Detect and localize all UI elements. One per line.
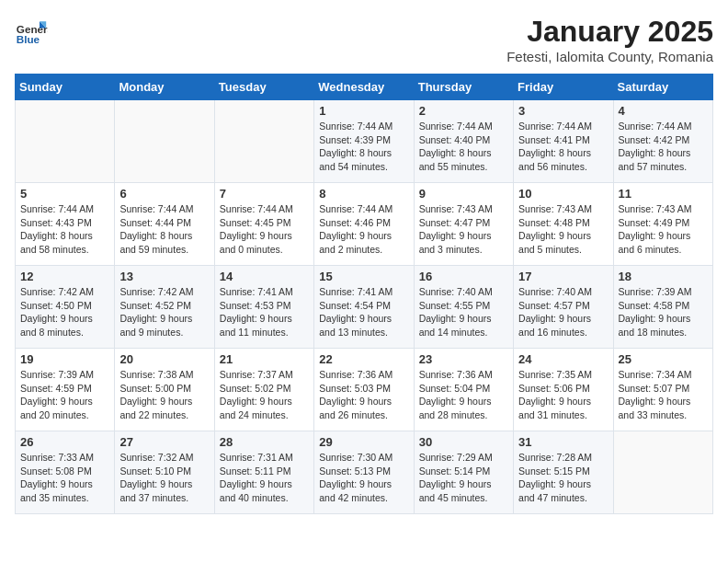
calendar-week-row: 1Sunrise: 7:44 AM Sunset: 4:39 PM Daylig… (16, 100, 713, 183)
calendar-cell (16, 100, 115, 183)
calendar-cell: 21Sunrise: 7:37 AM Sunset: 5:02 PM Dayli… (214, 349, 313, 431)
day-info: Sunrise: 7:44 AM Sunset: 4:43 PM Dayligh… (20, 202, 109, 257)
calendar-cell: 5Sunrise: 7:44 AM Sunset: 4:43 PM Daylig… (16, 183, 115, 266)
calendar-header: SundayMondayTuesdayWednesdayThursdayFrid… (16, 75, 713, 100)
day-number: 17 (518, 270, 608, 283)
calendar-cell: 14Sunrise: 7:41 AM Sunset: 4:53 PM Dayli… (214, 266, 313, 349)
calendar-cell: 31Sunrise: 7:28 AM Sunset: 5:15 PM Dayli… (514, 431, 613, 514)
calendar-cell: 18Sunrise: 7:39 AM Sunset: 4:58 PM Dayli… (613, 266, 712, 349)
calendar-cell: 9Sunrise: 7:43 AM Sunset: 4:47 PM Daylig… (414, 183, 513, 266)
day-number: 26 (20, 435, 109, 449)
day-number: 6 (119, 187, 209, 201)
day-info: Sunrise: 7:41 AM Sunset: 4:53 PM Dayligh… (220, 285, 309, 339)
day-info: Sunrise: 7:36 AM Sunset: 5:03 PM Dayligh… (319, 368, 408, 422)
weekday-header-tuesday: Tuesday (214, 75, 313, 100)
calendar-cell (613, 431, 712, 514)
calendar-cell: 23Sunrise: 7:36 AM Sunset: 5:04 PM Dayli… (414, 349, 513, 431)
day-info: Sunrise: 7:38 AM Sunset: 5:00 PM Dayligh… (119, 368, 209, 422)
calendar-cell: 6Sunrise: 7:44 AM Sunset: 4:44 PM Daylig… (115, 183, 214, 266)
day-number: 8 (319, 187, 408, 201)
day-number: 22 (319, 352, 408, 366)
svg-text:Blue: Blue (17, 33, 40, 45)
day-number: 9 (419, 187, 508, 201)
calendar-table: SundayMondayTuesdayWednesdayThursdayFrid… (15, 74, 713, 514)
day-info: Sunrise: 7:39 AM Sunset: 4:58 PM Dayligh… (619, 285, 708, 339)
logo: General Blue (15, 15, 48, 48)
day-info: Sunrise: 7:43 AM Sunset: 4:48 PM Dayligh… (518, 202, 608, 257)
day-number: 31 (518, 435, 608, 449)
day-number: 20 (119, 352, 209, 366)
day-number: 12 (20, 270, 109, 283)
calendar-cell: 26Sunrise: 7:33 AM Sunset: 5:08 PM Dayli… (16, 431, 115, 514)
calendar-cell: 7Sunrise: 7:44 AM Sunset: 4:45 PM Daylig… (214, 183, 313, 266)
calendar-cell: 8Sunrise: 7:44 AM Sunset: 4:46 PM Daylig… (314, 183, 414, 266)
day-info: Sunrise: 7:33 AM Sunset: 5:08 PM Dayligh… (20, 451, 109, 505)
day-info: Sunrise: 7:42 AM Sunset: 4:50 PM Dayligh… (20, 285, 109, 339)
day-number: 14 (220, 270, 309, 283)
day-number: 13 (119, 270, 209, 283)
day-number: 5 (20, 187, 109, 201)
day-number: 16 (419, 270, 508, 283)
title-area: January 2025 Fetesti, Ialomita County, R… (506, 15, 713, 64)
day-info: Sunrise: 7:29 AM Sunset: 5:14 PM Dayligh… (419, 451, 508, 505)
calendar-cell: 29Sunrise: 7:30 AM Sunset: 5:13 PM Dayli… (314, 431, 414, 514)
location-title: Fetesti, Ialomita County, Romania (506, 49, 713, 64)
calendar-cell: 3Sunrise: 7:44 AM Sunset: 4:41 PM Daylig… (514, 100, 613, 183)
calendar-cell: 1Sunrise: 7:44 AM Sunset: 4:39 PM Daylig… (314, 100, 414, 183)
day-info: Sunrise: 7:41 AM Sunset: 4:54 PM Dayligh… (319, 285, 408, 339)
header: General Blue January 2025 Fetesti, Ialom… (15, 15, 713, 64)
calendar-week-row: 5Sunrise: 7:44 AM Sunset: 4:43 PM Daylig… (16, 183, 713, 266)
day-number: 19 (20, 352, 109, 366)
calendar-cell: 2Sunrise: 7:44 AM Sunset: 4:40 PM Daylig… (414, 100, 513, 183)
calendar-week-row: 19Sunrise: 7:39 AM Sunset: 4:59 PM Dayli… (16, 349, 713, 431)
day-number: 15 (319, 270, 408, 283)
day-number: 30 (419, 435, 508, 449)
day-info: Sunrise: 7:44 AM Sunset: 4:41 PM Dayligh… (518, 120, 608, 174)
day-info: Sunrise: 7:43 AM Sunset: 4:49 PM Dayligh… (619, 202, 708, 257)
day-number: 23 (419, 352, 508, 366)
day-number: 25 (619, 352, 708, 366)
calendar-cell: 11Sunrise: 7:43 AM Sunset: 4:49 PM Dayli… (613, 183, 712, 266)
day-info: Sunrise: 7:36 AM Sunset: 5:04 PM Dayligh… (419, 368, 508, 422)
calendar-body: 1Sunrise: 7:44 AM Sunset: 4:39 PM Daylig… (16, 100, 713, 514)
calendar-cell: 16Sunrise: 7:40 AM Sunset: 4:55 PM Dayli… (414, 266, 513, 349)
calendar-cell: 27Sunrise: 7:32 AM Sunset: 5:10 PM Dayli… (115, 431, 214, 514)
calendar-cell (115, 100, 214, 183)
day-info: Sunrise: 7:31 AM Sunset: 5:11 PM Dayligh… (220, 451, 309, 505)
calendar-cell: 24Sunrise: 7:35 AM Sunset: 5:06 PM Dayli… (514, 349, 613, 431)
day-number: 21 (220, 352, 309, 366)
calendar-cell: 28Sunrise: 7:31 AM Sunset: 5:11 PM Dayli… (214, 431, 313, 514)
day-info: Sunrise: 7:28 AM Sunset: 5:15 PM Dayligh… (518, 451, 608, 505)
day-number: 4 (619, 104, 708, 118)
day-number: 28 (220, 435, 309, 449)
day-info: Sunrise: 7:40 AM Sunset: 4:55 PM Dayligh… (419, 285, 508, 339)
weekday-header-friday: Friday (514, 75, 613, 100)
calendar-cell: 19Sunrise: 7:39 AM Sunset: 4:59 PM Dayli… (16, 349, 115, 431)
day-info: Sunrise: 7:44 AM Sunset: 4:44 PM Dayligh… (119, 202, 209, 257)
weekday-header-wednesday: Wednesday (314, 75, 414, 100)
day-info: Sunrise: 7:44 AM Sunset: 4:39 PM Dayligh… (319, 120, 408, 174)
logo-icon: General Blue (15, 15, 48, 48)
day-info: Sunrise: 7:34 AM Sunset: 5:07 PM Dayligh… (619, 368, 708, 422)
calendar-cell: 12Sunrise: 7:42 AM Sunset: 4:50 PM Dayli… (16, 266, 115, 349)
day-info: Sunrise: 7:44 AM Sunset: 4:40 PM Dayligh… (419, 120, 508, 174)
calendar-cell: 15Sunrise: 7:41 AM Sunset: 4:54 PM Dayli… (314, 266, 414, 349)
day-info: Sunrise: 7:42 AM Sunset: 4:52 PM Dayligh… (119, 285, 209, 339)
day-info: Sunrise: 7:44 AM Sunset: 4:46 PM Dayligh… (319, 202, 408, 257)
day-number: 2 (419, 104, 508, 118)
day-info: Sunrise: 7:30 AM Sunset: 5:13 PM Dayligh… (319, 451, 408, 505)
day-number: 11 (619, 187, 708, 201)
day-info: Sunrise: 7:40 AM Sunset: 4:57 PM Dayligh… (518, 285, 608, 339)
weekday-header-saturday: Saturday (613, 75, 712, 100)
weekday-header-sunday: Sunday (16, 75, 115, 100)
day-info: Sunrise: 7:35 AM Sunset: 5:06 PM Dayligh… (518, 368, 608, 422)
weekday-header-monday: Monday (115, 75, 214, 100)
day-info: Sunrise: 7:39 AM Sunset: 4:59 PM Dayligh… (20, 368, 109, 422)
calendar-week-row: 12Sunrise: 7:42 AM Sunset: 4:50 PM Dayli… (16, 266, 713, 349)
calendar-cell: 25Sunrise: 7:34 AM Sunset: 5:07 PM Dayli… (613, 349, 712, 431)
day-number: 1 (319, 104, 408, 118)
day-number: 18 (619, 270, 708, 283)
calendar-cell: 13Sunrise: 7:42 AM Sunset: 4:52 PM Dayli… (115, 266, 214, 349)
month-title: January 2025 (506, 15, 713, 49)
day-number: 3 (518, 104, 608, 118)
